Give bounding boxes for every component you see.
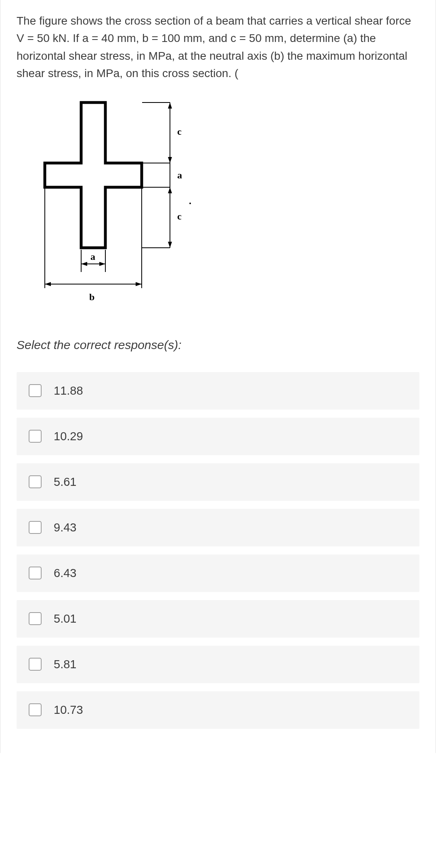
option-label: 5.61 (54, 475, 76, 489)
option-row[interactable]: 5.61 (17, 463, 419, 501)
option-row[interactable]: 5.81 (17, 646, 419, 683)
checkbox[interactable] (29, 612, 42, 625)
option-label: 11.88 (54, 384, 83, 397)
dim-label-c-bot: c (177, 211, 182, 222)
option-row[interactable]: 5.01 (17, 600, 419, 638)
select-prompt: Select the correct response(s): (17, 338, 419, 352)
option-label: 6.43 (54, 567, 76, 580)
option-row[interactable]: 9.43 (17, 509, 419, 546)
svg-marker-19 (136, 282, 142, 286)
option-label: 9.43 (54, 521, 76, 534)
svg-point-9 (189, 203, 191, 204)
checkbox[interactable] (29, 384, 42, 397)
option-row[interactable]: 11.88 (17, 372, 419, 410)
svg-marker-8 (168, 242, 172, 248)
checkbox[interactable] (29, 475, 42, 488)
svg-marker-18 (45, 282, 51, 286)
option-row[interactable]: 10.29 (17, 418, 419, 455)
checkbox[interactable] (29, 430, 42, 443)
checkbox[interactable] (29, 567, 42, 579)
svg-marker-6 (168, 157, 172, 163)
checkbox[interactable] (29, 658, 42, 671)
svg-marker-14 (99, 262, 105, 266)
option-label: 5.01 (54, 612, 76, 625)
checkbox[interactable] (29, 521, 42, 534)
dim-label-b-bottom: b (89, 292, 94, 302)
option-row[interactable]: 6.43 (17, 554, 419, 592)
cross-section-svg: c a c a b (17, 94, 202, 312)
option-row[interactable]: 10.73 (17, 691, 419, 729)
svg-marker-5 (168, 102, 172, 109)
checkbox[interactable] (29, 703, 42, 716)
option-label: 10.73 (54, 703, 83, 717)
dim-label-a-bottom: a (90, 251, 95, 262)
option-label: 5.81 (54, 658, 76, 671)
question-text: The figure shows the cross section of a … (17, 12, 419, 82)
svg-marker-13 (81, 262, 87, 266)
dim-label-a-mid: a (177, 170, 182, 180)
svg-marker-7 (168, 187, 172, 193)
figure: c a c a b (17, 94, 419, 314)
option-label: 10.29 (54, 430, 83, 443)
question-container: The figure shows the cross section of a … (0, 0, 436, 753)
dim-label-c-top: c (177, 126, 182, 137)
